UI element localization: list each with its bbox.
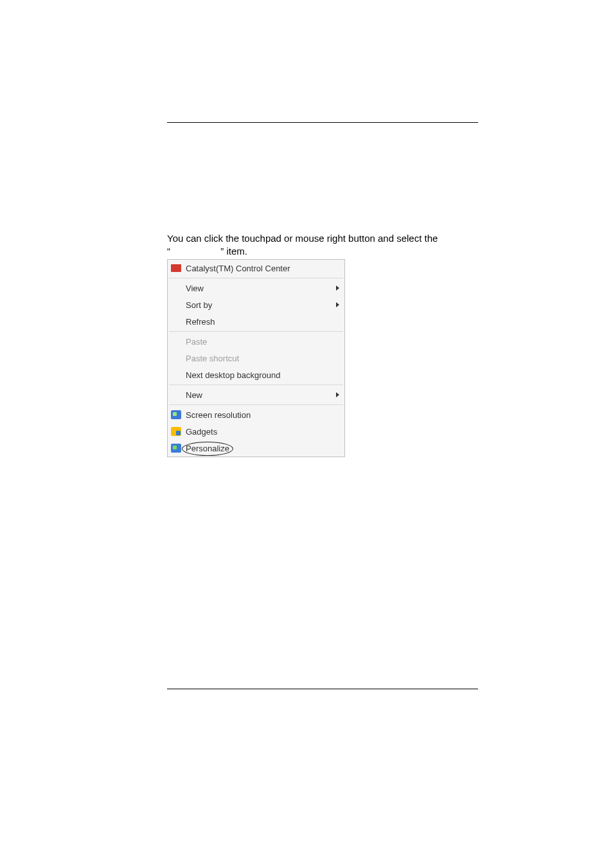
menu-item-label: Sort by — [186, 300, 332, 310]
menu-item-label: Paste shortcut — [186, 354, 339, 363]
menu-separator — [169, 331, 343, 332]
menu-item-label: Gadgets — [186, 427, 339, 437]
blank-icon — [170, 352, 182, 364]
blank-icon — [170, 389, 182, 401]
menu-item-sortby[interactable]: Sort by — [168, 296, 344, 313]
bottom-rule — [167, 689, 478, 689]
menu-separator — [169, 384, 343, 385]
menu-item-gadgets[interactable]: Gadgets — [168, 423, 344, 440]
gadgets-icon — [170, 426, 182, 437]
instruction-text: You can click the touchpad or mouse righ… — [167, 232, 478, 258]
chevron-right-icon — [336, 302, 339, 307]
menu-item-label: Paste — [186, 337, 339, 347]
blank-icon — [170, 336, 182, 347]
menu-item-label: Screen resolution — [186, 410, 339, 420]
menu-item-label: Personalize — [186, 444, 339, 453]
chevron-right-icon — [336, 285, 339, 291]
menu-item-personalize[interactable]: Personalize — [168, 440, 344, 457]
top-rule — [167, 122, 478, 123]
menu-separator — [169, 404, 343, 405]
blank-icon — [170, 316, 182, 327]
menu-item-label: Next desktop background — [186, 370, 339, 380]
instruction-line1: You can click the touchpad or mouse righ… — [167, 233, 438, 244]
menu-item-new[interactable]: New — [168, 386, 344, 403]
menu-item-paste: Paste — [168, 333, 344, 350]
menu-item-label: Refresh — [186, 317, 339, 327]
menu-item-label: Catalyst(TM) Control Center — [186, 264, 339, 273]
personalize-icon — [170, 442, 182, 454]
chevron-right-icon — [336, 392, 339, 397]
menu-item-label: View — [186, 284, 332, 293]
blank-icon — [170, 299, 182, 311]
instruction-quote-open: “ — [167, 246, 170, 257]
menu-item-next-background[interactable]: Next desktop background — [168, 366, 344, 383]
menu-item-refresh[interactable]: Refresh — [168, 313, 344, 330]
screenres-icon — [170, 409, 182, 420]
menu-item-view[interactable]: View — [168, 280, 344, 296]
menu-item-catalyst[interactable]: Catalyst(TM) Control Center — [168, 260, 344, 276]
menu-item-label: New — [186, 390, 332, 400]
blank-icon — [170, 369, 182, 381]
desktop-context-menu: Catalyst(TM) Control Center View Sort by… — [167, 259, 345, 457]
menu-separator — [169, 278, 343, 278]
menu-item-paste-shortcut: Paste shortcut — [168, 350, 344, 366]
blank-icon — [170, 282, 182, 294]
ati-icon — [170, 262, 182, 274]
instruction-quote-close: ” item. — [220, 246, 247, 257]
menu-item-screen-resolution[interactable]: Screen resolution — [168, 406, 344, 423]
